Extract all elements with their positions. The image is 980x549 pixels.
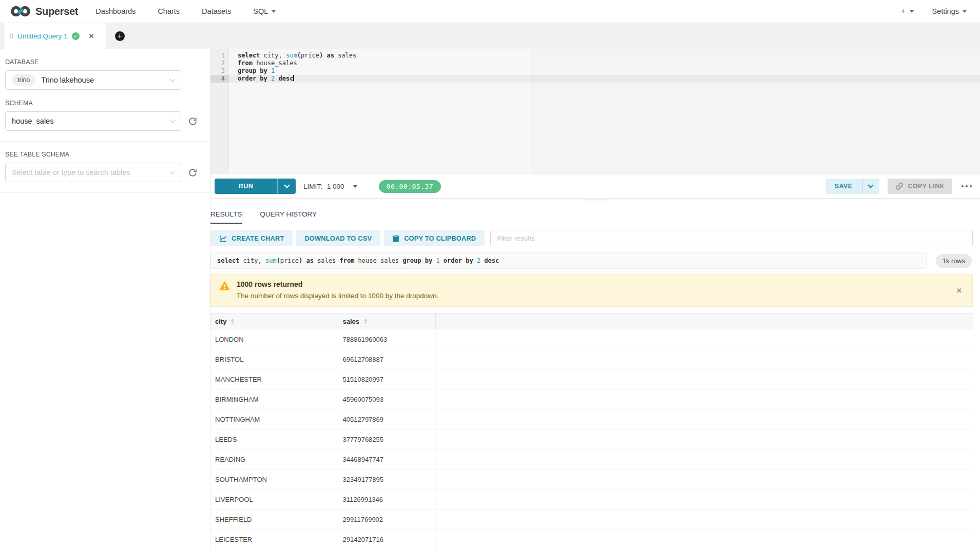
editor-line: 1select city, sum(price) as sales xyxy=(210,52,980,60)
nav-item-label: SQL xyxy=(253,7,268,15)
run-options-button[interactable] xyxy=(277,179,296,194)
cell-filler xyxy=(435,509,973,530)
clipboard-icon xyxy=(392,234,399,242)
pane-divider xyxy=(210,198,980,203)
sql-token: from xyxy=(339,257,354,264)
chevron-down-icon xyxy=(272,10,276,13)
sql-token: 1 xyxy=(436,257,439,264)
editor-lines: 1select city, sum(price) as sales2from h… xyxy=(210,52,980,83)
settings-menu[interactable]: Settings xyxy=(932,7,967,15)
drag-handle[interactable] xyxy=(584,200,607,204)
cell-sales: 788861960063 xyxy=(338,329,435,349)
database-select-value: Trino lakehouse xyxy=(41,76,94,84)
line-number: 4 xyxy=(210,75,229,83)
add-tab-button[interactable]: + xyxy=(106,23,133,49)
cell-sales: 31126991346 xyxy=(338,489,435,509)
database-engine-badge: trino xyxy=(12,74,35,86)
refresh-tables-button[interactable] xyxy=(188,168,198,178)
sql-editor[interactable]: 1select city, sum(price) as sales2from h… xyxy=(210,49,980,174)
table-row: SOUTHAMPTON32349177895 xyxy=(210,469,973,489)
content-pane: 1select city, sum(price) as sales2from h… xyxy=(210,49,980,549)
limit-label: LIMIT: xyxy=(303,183,322,190)
nav-item-datasets[interactable]: Datasets xyxy=(202,7,231,15)
column-header-filler xyxy=(435,313,973,329)
query-tab-strip: Untitled Query 1 ✓ ✕ + xyxy=(0,23,980,49)
table-select[interactable]: Select table or type to search tables xyxy=(5,163,181,182)
settings-label: Settings xyxy=(932,7,959,15)
tab-query-history[interactable]: QUERY HISTORY xyxy=(260,210,317,224)
close-tab-icon[interactable]: ✕ xyxy=(89,32,94,40)
query-success-check-icon: ✓ xyxy=(72,32,80,40)
table-row: MANCHESTER51510820997 xyxy=(210,369,973,389)
copy-link-button[interactable]: COPY LINK xyxy=(888,179,952,194)
save-options-button[interactable] xyxy=(862,179,879,194)
cell-filler xyxy=(435,449,973,469)
column-header-city[interactable]: city xyxy=(210,313,338,329)
table-row: LEEDS37779768255 xyxy=(210,429,973,449)
see-table-schema-label: SEE TABLE SCHEMA xyxy=(5,151,198,158)
tab-untitled-query-1[interactable]: Untitled Query 1 ✓ ✕ xyxy=(4,23,106,49)
create-chart-button[interactable]: CREATE CHART xyxy=(210,230,293,246)
save-button[interactable]: SAVE xyxy=(825,179,862,194)
sql-token: ( xyxy=(297,52,301,59)
nav-item-label: Datasets xyxy=(202,7,231,15)
refresh-schemas-button[interactable] xyxy=(188,116,198,126)
cell-sales: 29911769902 xyxy=(338,509,435,530)
table-header-row: city sales xyxy=(210,313,973,329)
nav-item-dashboards[interactable]: Dashboards xyxy=(95,7,136,15)
sql-token: 2 xyxy=(477,257,481,264)
code-line: order by 2 desc xyxy=(229,75,294,83)
sql-token: order by xyxy=(444,257,473,264)
line-number: 3 xyxy=(210,67,229,75)
brand-link[interactable]: Superset xyxy=(10,5,78,17)
column-header-sales[interactable]: sales xyxy=(338,313,435,329)
main-split: DATABASE trino Trino lakehouse SCHEMA ho… xyxy=(0,49,980,549)
tab-title: Untitled Query 1 xyxy=(17,32,68,40)
nav-item-sql[interactable]: SQL xyxy=(253,7,276,15)
chart-icon xyxy=(219,234,227,242)
schema-select[interactable]: house_sales xyxy=(5,111,181,131)
run-button[interactable]: RUN xyxy=(215,179,277,194)
brand-title: Superset xyxy=(35,6,78,17)
cell-filler xyxy=(435,329,973,349)
tab-results[interactable]: RESULTS xyxy=(210,210,242,224)
sql-token: city, xyxy=(239,257,265,264)
nav-item-label: Dashboards xyxy=(95,7,136,15)
sql-token xyxy=(267,67,271,74)
cell-sales: 37779768255 xyxy=(338,429,435,449)
sql-token: group by xyxy=(402,257,432,264)
editor-line: 4order by 2 desc xyxy=(210,75,980,83)
sql-token: select xyxy=(238,52,260,59)
cell-filler xyxy=(435,389,973,409)
database-select[interactable]: trino Trino lakehouse xyxy=(5,70,181,90)
nav-item-charts[interactable]: Charts xyxy=(158,7,180,15)
sql-token: house_sales xyxy=(354,257,402,264)
sidebar-divider xyxy=(0,141,210,142)
top-navbar: Superset DashboardsChartsDatasetsSQL + S… xyxy=(0,0,980,23)
filter-results-input[interactable] xyxy=(490,230,973,246)
schema-select-value: house_sales xyxy=(12,117,53,125)
alert-title: 1000 rows returned xyxy=(237,280,438,288)
query-preview-row: select city, sum(price) as sales from ho… xyxy=(210,252,973,269)
code-line: group by 1 xyxy=(229,67,275,75)
more-menu-button[interactable] xyxy=(960,183,973,189)
cell-city: LONDON xyxy=(210,329,338,349)
sql-token: ( xyxy=(277,257,280,264)
sql-token: desc xyxy=(279,75,294,82)
table-row: BIRMINGHAM45960075093 xyxy=(210,389,973,409)
table-select-placeholder: Select table or type to search tables xyxy=(12,168,130,177)
new-item-button[interactable]: + xyxy=(900,7,914,16)
superset-logo-icon xyxy=(10,5,31,17)
download-csv-button[interactable]: DOWNLOAD TO CSV xyxy=(296,230,380,246)
cell-filler xyxy=(435,349,973,369)
cell-city: SHEFFIELD xyxy=(210,509,338,530)
limit-dropdown[interactable]: LIMIT: 1 000 xyxy=(303,183,357,190)
limit-value: 1 000 xyxy=(327,183,344,190)
sql-token: select xyxy=(217,257,239,264)
results-table-wrap: city sales LONDON788861960063BRISTOL xyxy=(210,313,973,549)
sql-token: price xyxy=(301,52,319,59)
copy-clipboard-button[interactable]: COPY TO CLIPBOARD xyxy=(383,230,485,246)
close-alert-icon[interactable]: ✕ xyxy=(956,287,962,295)
nav-item-label: Charts xyxy=(158,7,180,15)
main-nav: DashboardsChartsDatasetsSQL xyxy=(95,7,298,15)
